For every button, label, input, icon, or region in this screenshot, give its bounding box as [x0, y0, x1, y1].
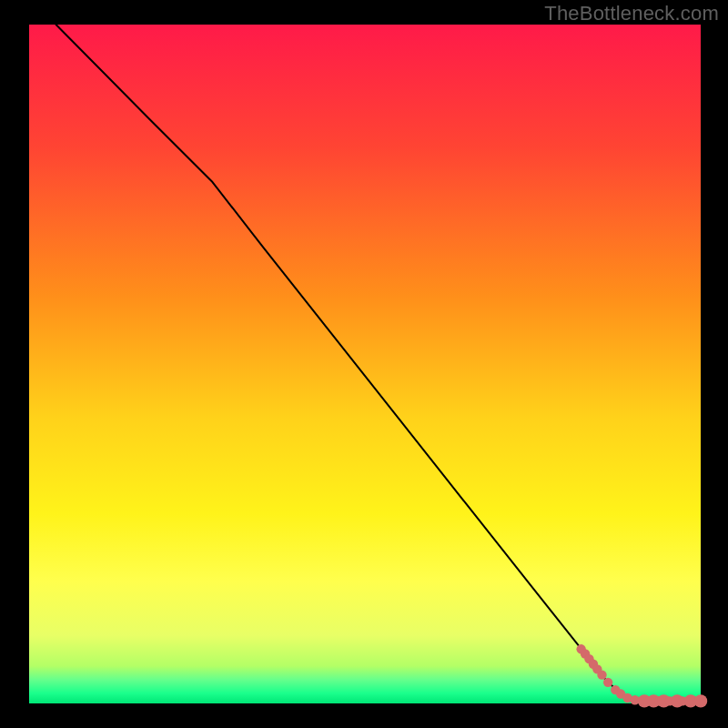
chart-svg	[0, 0, 728, 728]
data-point	[597, 670, 606, 679]
plot-area	[29, 25, 701, 703]
watermark-text: TheBottleneck.com	[544, 2, 719, 25]
data-point	[603, 678, 612, 687]
data-point	[694, 694, 707, 707]
chart-stage: TheBottleneck.com	[0, 0, 728, 728]
